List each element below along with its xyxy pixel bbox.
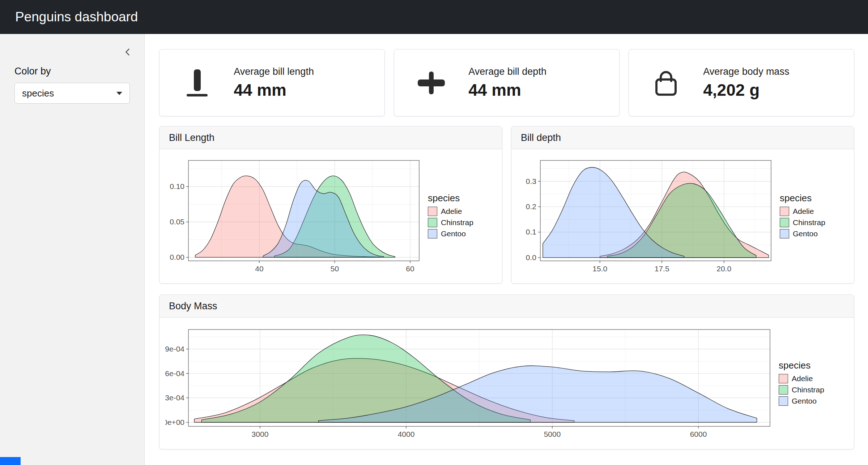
- svg-text:5000: 5000: [544, 430, 561, 438]
- svg-text:0.05: 0.05: [170, 218, 184, 226]
- legend-key-swatch: [779, 374, 788, 383]
- value-box-bill-depth: Average bill depth 44 mm: [394, 49, 620, 116]
- value-box-title: Average bill depth: [468, 66, 546, 77]
- legend-key-swatch: [780, 207, 789, 216]
- legend-key-swatch: [428, 218, 437, 227]
- legend-label: Adelie: [793, 207, 814, 216]
- value-box-text: Average body mass 4,202 g: [703, 66, 789, 100]
- card-body: 15.017.520.00.00.10.20.3 speciesAdelieCh…: [511, 149, 854, 284]
- value-box-body-mass: Average body mass 4,202 g: [629, 49, 854, 116]
- legend-key-swatch: [779, 396, 788, 406]
- body-mass-card: Body Mass 30004000500060000e+003e-046e-0…: [159, 294, 854, 449]
- value-box-value: 44 mm: [468, 80, 546, 100]
- legend-label: Adelie: [792, 374, 813, 383]
- svg-text:0.0: 0.0: [526, 253, 536, 262]
- layout: Color by species Average bill length 44 …: [0, 34, 868, 465]
- legend-label: Gentoo: [792, 397, 817, 405]
- legend-item: Adelie: [780, 207, 825, 216]
- svg-text:0e+00: 0e+00: [165, 418, 184, 426]
- legend-item: Adelie: [428, 207, 473, 216]
- bill-depth-card: Bill depth 15.017.520.00.00.10.20.3 spec…: [511, 126, 854, 284]
- card-title: Body Mass: [169, 301, 217, 312]
- svg-text:0.3: 0.3: [526, 177, 536, 185]
- main-content: Average bill length 44 mm Average bill d…: [145, 34, 868, 465]
- bill-depth-plot: 15.017.520.00.00.10.20.3: [517, 157, 774, 276]
- body-mass-legend: speciesAdelieChinstrapGentoo: [779, 360, 824, 408]
- svg-text:40: 40: [255, 264, 263, 273]
- svg-text:3000: 3000: [252, 430, 269, 438]
- sidebar: Color by species: [0, 34, 145, 465]
- color-by-select[interactable]: species: [14, 83, 130, 104]
- value-box-value: 44 mm: [234, 80, 314, 100]
- svg-text:6e-04: 6e-04: [165, 369, 184, 377]
- svg-text:0.1: 0.1: [526, 228, 536, 236]
- svg-text:6000: 6000: [690, 430, 707, 438]
- legend-title: species: [780, 193, 825, 204]
- svg-text:0.2: 0.2: [526, 202, 536, 211]
- value-box-title: Average bill length: [234, 66, 314, 77]
- card-title: Bill depth: [521, 132, 561, 143]
- svg-text:20.0: 20.0: [716, 264, 731, 273]
- value-box-text: Average bill length 44 mm: [234, 66, 314, 100]
- card-body: 30004000500060000e+003e-046e-049e-04 spe…: [159, 318, 854, 449]
- body-mass-plot: 30004000500060000e+003e-046e-049e-04: [165, 326, 773, 442]
- legend-item: Chinstrap: [780, 218, 825, 227]
- svg-text:50: 50: [331, 264, 339, 273]
- card-title: Bill Length: [169, 132, 214, 143]
- value-box-text: Average bill depth 44 mm: [468, 66, 546, 100]
- ruler-icon: [159, 66, 234, 100]
- legend-item: Gentoo: [780, 229, 825, 238]
- legend-title: species: [428, 193, 473, 204]
- legend-item: Chinstrap: [779, 385, 824, 395]
- legend-label: Chinstrap: [441, 218, 473, 227]
- svg-text:9e-04: 9e-04: [165, 345, 184, 353]
- legend-label: Chinstrap: [792, 386, 824, 394]
- legend-title: species: [779, 360, 824, 371]
- color-by-label: Color by: [14, 66, 130, 77]
- svg-text:60: 60: [406, 264, 414, 273]
- legend-label: Gentoo: [793, 229, 818, 238]
- select-value: species: [22, 88, 54, 99]
- svg-text:17.5: 17.5: [655, 264, 669, 273]
- sidebar-collapse-button[interactable]: [121, 46, 134, 60]
- legend-key-swatch: [779, 385, 788, 395]
- caliper-icon: [394, 66, 468, 100]
- navbar: Penguins dashboard: [0, 0, 868, 34]
- legend-item: Adelie: [779, 374, 824, 383]
- card-header: Body Mass: [159, 295, 854, 318]
- chevron-left-icon: [123, 47, 133, 57]
- legend-key-swatch: [428, 207, 437, 216]
- svg-text:0.10: 0.10: [170, 182, 184, 190]
- legend-key-swatch: [428, 229, 437, 238]
- bill-length-plot: 4050600.000.050.10: [165, 157, 422, 276]
- svg-text:15.0: 15.0: [592, 264, 607, 273]
- card-header: Bill depth: [511, 126, 854, 149]
- legend-item: Gentoo: [428, 229, 473, 238]
- bill-depth-legend: speciesAdelieChinstrapGentoo: [780, 193, 825, 240]
- value-box-bill-length: Average bill length 44 mm: [159, 49, 385, 116]
- legend-key-swatch: [780, 229, 789, 238]
- busy-indicator: [0, 457, 21, 465]
- caret-down-icon: [116, 92, 122, 95]
- legend-label: Adelie: [441, 207, 462, 216]
- card-body: 4050600.000.050.10 speciesAdelieChinstra…: [159, 149, 502, 284]
- bag-icon: [629, 66, 703, 100]
- value-box-row: Average bill length 44 mm Average bill d…: [159, 49, 854, 116]
- bill-length-legend: speciesAdelieChinstrapGentoo: [428, 193, 473, 240]
- legend-label: Chinstrap: [793, 218, 825, 227]
- charts-row: Bill Length 4050600.000.050.10 speciesAd…: [159, 126, 854, 284]
- legend-key-swatch: [780, 218, 789, 227]
- value-box-title: Average body mass: [703, 66, 789, 77]
- value-box-value: 4,202 g: [703, 80, 789, 100]
- legend-item: Chinstrap: [428, 218, 473, 227]
- svg-text:0.00: 0.00: [170, 253, 184, 261]
- bill-length-card: Bill Length 4050600.000.050.10 speciesAd…: [159, 126, 502, 284]
- app-title: Penguins dashboard: [15, 9, 138, 25]
- svg-text:3e-04: 3e-04: [165, 393, 184, 402]
- card-header: Bill Length: [159, 126, 502, 149]
- legend-item: Gentoo: [779, 396, 824, 406]
- svg-text:4000: 4000: [398, 430, 415, 438]
- legend-label: Gentoo: [441, 229, 466, 238]
